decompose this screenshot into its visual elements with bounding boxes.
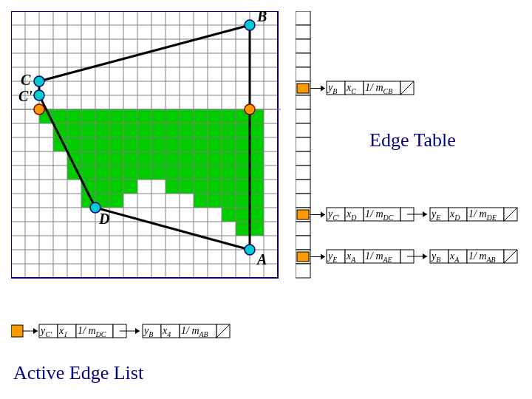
svg-rect-55 [194,151,208,166]
svg-rect-92 [250,194,264,208]
svg-rect-75 [95,180,109,194]
svg-rect-47 [81,151,95,166]
svg-rect-88 [194,194,208,208]
edge-table-bucket-array: yCyBxC1/ mCByDyC'xD1/ mDCyExD1/ mDEyAyEx… [296,11,532,292]
svg-rect-6 [123,109,137,123]
svg-rect-96 [236,222,250,236]
svg-rect-69 [194,166,208,180]
svg-rect-65 [137,166,151,180]
svg-rect-40 [180,137,194,151]
svg-rect-22 [137,123,151,137]
svg-rect-37 [137,137,151,151]
svg-rect-43 [222,137,236,151]
svg-rect-44 [236,137,250,151]
svg-marker-206 [321,254,325,260]
svg-rect-63 [109,166,123,180]
svg-rect-51 [137,151,151,166]
svg-text:B: B [256,11,267,24]
svg-rect-224 [11,325,23,337]
svg-rect-3 [81,109,95,123]
svg-rect-95 [250,208,264,222]
svg-rect-52 [151,151,166,166]
svg-rect-1 [53,109,67,123]
svg-text:A: A [256,251,267,267]
svg-rect-168 [296,264,310,278]
svg-rect-154 [296,67,310,81]
svg-rect-56 [208,151,222,166]
svg-rect-59 [250,151,264,166]
svg-rect-97 [250,222,264,236]
svg-rect-91 [236,194,250,208]
svg-rect-94 [236,208,250,222]
svg-rect-33 [81,137,95,151]
svg-marker-235 [135,328,140,334]
svg-rect-26 [194,123,208,137]
bucket-cells [296,11,310,278]
svg-rect-11 [194,109,208,123]
svg-rect-42 [208,137,222,151]
svg-rect-38 [151,137,166,151]
svg-rect-18 [81,123,95,137]
svg-marker-185 [321,212,325,218]
svg-rect-2 [67,109,81,123]
svg-point-143 [34,90,44,100]
svg-rect-13 [222,109,236,123]
svg-rect-32 [67,137,81,151]
edge-table-title: Edge Table [369,129,456,151]
svg-rect-84 [250,180,264,194]
svg-rect-48 [95,151,109,166]
svg-rect-73 [250,166,264,180]
svg-rect-41 [194,137,208,151]
svg-rect-25 [180,123,194,137]
svg-rect-28 [222,123,236,137]
svg-rect-153 [296,53,310,67]
svg-rect-68 [180,166,194,180]
svg-rect-163 [296,194,310,208]
svg-rect-204 [297,252,309,262]
svg-point-139 [245,104,255,115]
svg-rect-7 [137,109,151,123]
svg-rect-70 [208,166,222,180]
svg-rect-9 [166,109,180,123]
svg-rect-24 [166,123,180,137]
svg-rect-34 [95,137,109,151]
svg-text:C': C' [18,88,33,104]
svg-marker-194 [423,211,427,217]
svg-rect-5 [109,109,123,123]
svg-rect-66 [151,166,166,180]
polygon-grid: ABCC'D [11,11,277,277]
svg-rect-152 [296,39,310,53]
svg-marker-226 [33,328,38,334]
grid-svg: ABCC'D [11,11,281,281]
svg-rect-4 [95,109,109,123]
svg-rect-10 [180,109,194,123]
svg-rect-87 [109,194,123,208]
svg-rect-156 [296,95,310,109]
svg-rect-160 [296,151,310,166]
svg-rect-81 [208,180,222,194]
svg-rect-76 [109,180,123,194]
svg-rect-45 [250,137,264,151]
svg-rect-77 [123,180,137,194]
svg-rect-39 [166,137,180,151]
svg-rect-53 [166,151,180,166]
svg-rect-49 [109,151,123,166]
svg-rect-36 [123,137,137,151]
svg-marker-215 [423,253,427,259]
active-edge-list-title: Active Edge List [13,362,143,384]
svg-rect-93 [222,208,236,222]
active-edge-list-row: yC'x11/ mDCyBx41/ mAB [11,321,277,358]
svg-rect-162 [296,180,310,194]
svg-rect-8 [151,109,166,123]
svg-rect-171 [297,83,309,93]
svg-rect-67 [166,166,180,180]
svg-text:C: C [21,72,31,88]
svg-rect-64 [123,166,137,180]
svg-rect-89 [208,194,222,208]
svg-rect-78 [166,180,180,194]
svg-rect-151 [296,25,310,39]
svg-rect-83 [236,180,250,194]
svg-point-142 [34,76,44,86]
svg-rect-23 [151,123,166,137]
svg-rect-50 [123,151,137,166]
